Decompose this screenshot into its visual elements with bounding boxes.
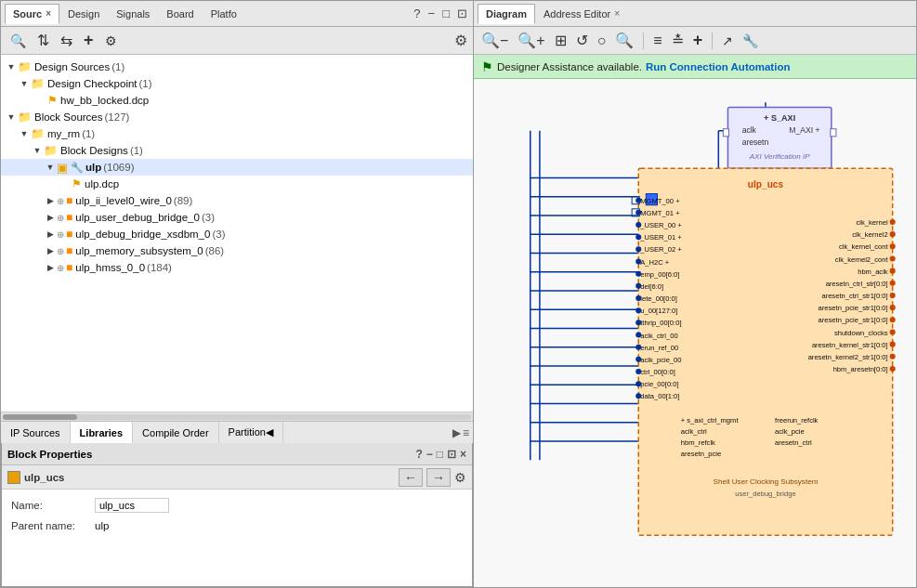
svg-point-94	[890, 317, 896, 322]
tree-node-ulp-user-debug[interactable]: ▶ ⊕ ■ ulp_user_debug_bridge_0 (3)	[1, 209, 473, 226]
tree-node-ulp-hmss[interactable]: ▶ ⊕ ■ ulp_hmss_0_0 (184)	[1, 259, 473, 276]
tree-node-ulp-memory[interactable]: ▶ ⊕ ■ ulp_memory_subsystem_0 (86)	[1, 242, 473, 259]
svg-point-56	[635, 283, 641, 289]
svg-point-52	[635, 234, 641, 240]
tree-node-ulp-dcp[interactable]: ⚑ ulp.dcp	[1, 176, 473, 192]
tab-sources[interactable]: Sourc ×	[5, 4, 59, 24]
tree-node-ulp-ii-level0[interactable]: ▶ ⊕ ■ ulp_ii_level0_wire_0 (89)	[1, 192, 473, 209]
tab-platfo[interactable]: Platfo	[203, 4, 245, 24]
count-block-designs: (1)	[130, 145, 143, 156]
block-properties-toolbar: ulp_ucs ← → ⚙	[2, 465, 472, 490]
tab-float-icon[interactable]: ⊡	[455, 7, 469, 20]
tree-arrow-my-rm[interactable]: ▼	[18, 129, 31, 138]
svg-text:data_00[1:0]: data_00[1:0]	[640, 392, 679, 400]
bottom-expand-icon[interactable]: ▶	[452, 426, 461, 439]
tree-node-hw-bb-locked[interactable]: ⚑ hw_bb_locked.dcp	[1, 92, 473, 109]
tree-arrow-design-checkpoint[interactable]: ▼	[18, 79, 31, 88]
run-connection-automation-link[interactable]: Run Connection Automation	[646, 61, 790, 72]
expand-all-button[interactable]: ⇅	[33, 30, 53, 51]
zoom-out-button[interactable]: 🔍−	[479, 32, 510, 49]
svg-rect-28	[831, 129, 836, 137]
tab-partition[interactable]: Partition◀	[219, 422, 283, 443]
close-sources-tab[interactable]: ×	[46, 8, 51, 19]
tree-node-design-sources[interactable]: ▼ 📁 Design Sources (1)	[1, 59, 473, 75]
tab-restore-icon[interactable]: □	[440, 7, 452, 20]
bp-minimize-icon[interactable]: −	[426, 448, 433, 461]
bp-settings-icon[interactable]: ⚙	[454, 470, 466, 485]
search-button[interactable]: 🔍	[7, 32, 30, 50]
diagram-canvas[interactable]: + S_AXI aclk M_AXI + aresetn AXI Verific…	[474, 79, 916, 587]
svg-text:aresetn_ctrl_str[0:0]: aresetn_ctrl_str[0:0]	[826, 280, 888, 288]
tree-node-my-rm[interactable]: ▼ 📁 my_rm (1)	[1, 125, 473, 142]
tab-diagram[interactable]: Diagram	[478, 4, 535, 24]
svg-point-90	[890, 268, 896, 274]
block-properties-header: Block Properties ? − □ ⊡ ×	[2, 443, 472, 465]
tree-node-block-sources[interactable]: ▼ 📁 Block Sources (127)	[1, 109, 473, 125]
refresh-button[interactable]: ↺	[574, 32, 590, 49]
sources-tree[interactable]: ▼ 📁 Design Sources (1) ▼ 📁 Design Checkp…	[1, 55, 473, 412]
tab-design[interactable]: Design	[59, 4, 108, 24]
tab-help-icon[interactable]: ?	[412, 7, 422, 20]
designer-assistance-icon: ⚑	[481, 59, 493, 74]
bp-close-icon[interactable]: ×	[460, 448, 466, 461]
tree-arrow-debug-bridge[interactable]: ▶	[44, 229, 57, 239]
tree-arrow-design-sources[interactable]: ▼	[5, 62, 18, 72]
tab-address-editor[interactable]: Address Editor ×	[535, 4, 628, 24]
wrench-button[interactable]: 🔧	[740, 33, 760, 48]
tree-arrow-block-designs[interactable]: ▼	[31, 146, 44, 155]
svg-point-89	[890, 255, 896, 261]
count-ulp-ii: (89)	[174, 195, 192, 206]
bp-forward-button[interactable]: →	[426, 468, 451, 487]
svg-point-58	[635, 307, 641, 313]
tree-arrow-memory[interactable]: ▶	[44, 246, 57, 255]
add-ip-button[interactable]: +	[691, 31, 705, 50]
config-button[interactable]: ⚙	[101, 32, 121, 50]
tree-arrow-block-sources[interactable]: ▼	[5, 112, 18, 122]
tree-node-ulp[interactable]: ▼ ▣ 🔧 ulp (1069)	[1, 159, 473, 176]
settings-gear-icon[interactable]: ⚙	[454, 32, 467, 49]
collapse-all-button[interactable]: ⇆	[57, 30, 76, 51]
svg-text:pcie_00[0:0]: pcie_00[0:0]	[640, 380, 678, 388]
fit-button[interactable]: ⊞	[553, 32, 569, 49]
folder-icon-my-rm: 📁	[31, 127, 45, 140]
right-tab-bar: Diagram Address Editor ×	[474, 1, 916, 27]
horizontal-scrollbar[interactable]	[1, 412, 473, 421]
circle-button[interactable]: ○	[596, 33, 609, 49]
tab-board[interactable]: Board	[158, 4, 202, 24]
bp-restore-icon[interactable]: □	[437, 448, 443, 461]
zoom-in-button[interactable]: 🔍+	[516, 32, 546, 49]
search-diagram-button[interactable]: 🔍	[613, 32, 635, 49]
list-button[interactable]: ≡	[651, 33, 663, 49]
folder-icon-block-designs: 📁	[44, 144, 58, 157]
ulp-ucs-block[interactable]: ulp_ucs MGMT_00 + MGMT_01 + _USER_00 + _…	[635, 168, 896, 535]
tab-libraries[interactable]: Libraries	[71, 422, 133, 443]
tree-arrow-user-debug[interactable]: ▶	[44, 213, 57, 222]
bp-back-button[interactable]: ←	[399, 468, 423, 487]
arrow-up-right-button[interactable]: ↗	[720, 33, 735, 48]
tab-compile-order[interactable]: Compile Order	[133, 422, 219, 443]
tree-node-ulp-debug-bridge[interactable]: ▶ ⊕ ■ ulp_debug_bridge_xsdbm_0 (3)	[1, 226, 473, 242]
bp-float-icon[interactable]: ⊡	[447, 448, 456, 461]
tree-arrow-ulp-ii[interactable]: ▶	[44, 196, 57, 205]
tree-node-block-designs[interactable]: ▼ 📁 Block Designs (1)	[1, 142, 473, 159]
tree-arrow-ulp[interactable]: ▼	[44, 163, 57, 172]
tab-signals[interactable]: Signals	[108, 4, 158, 24]
bottom-menu-icon[interactable]: ≡	[463, 426, 469, 439]
tab-ip-sources[interactable]: IP Sources	[1, 422, 71, 443]
add-sources-button[interactable]: +	[80, 29, 98, 52]
axi-verification-ip[interactable]: + S_AXI aclk M_AXI + aresetn AXI Verific…	[723, 107, 836, 168]
svg-point-98	[890, 366, 896, 372]
svg-point-54	[635, 258, 641, 264]
bp-help-icon[interactable]: ?	[415, 448, 422, 461]
close-address-editor-tab[interactable]: ×	[614, 8, 620, 19]
label-user-debug: ulp_user_debug_bridge_0	[75, 212, 200, 223]
svg-text:clk_kernel2_cont: clk_kernel2_cont	[835, 255, 889, 264]
label-memory: ulp_memory_subsystem_0	[75, 245, 203, 256]
count-my-rm: (1)	[82, 128, 95, 139]
save-button[interactable]: ≛	[670, 32, 686, 49]
tab-minimize-icon[interactable]: −	[426, 7, 438, 20]
svg-point-91	[890, 281, 896, 286]
block-properties-content: Name: ulp_ucs Parent name: ulp	[2, 490, 472, 586]
tree-node-design-checkpoint[interactable]: ▼ 📁 Design Checkpoint (1)	[1, 75, 473, 92]
tree-arrow-hmss[interactable]: ▶	[44, 263, 57, 272]
